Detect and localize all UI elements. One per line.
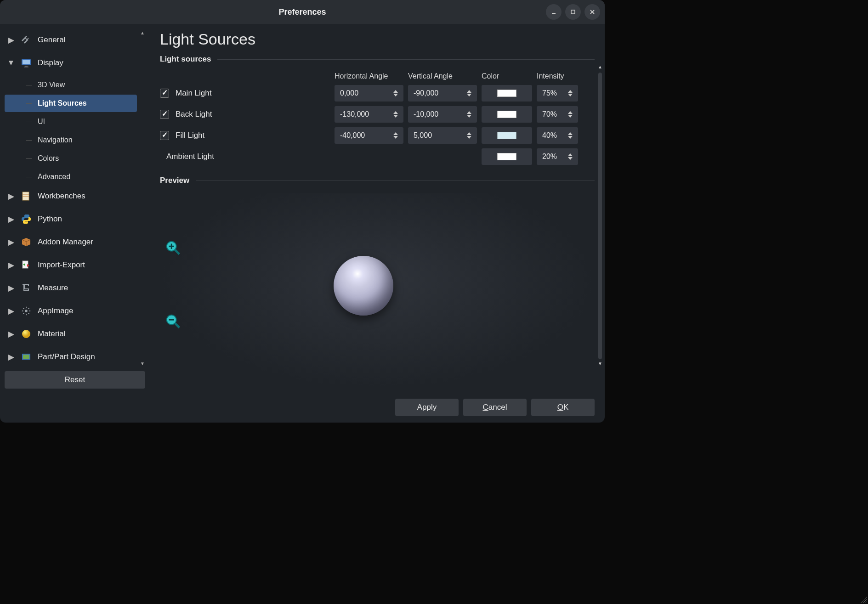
window-title: Preferences bbox=[278, 7, 326, 17]
spinner-up-icon[interactable] bbox=[467, 90, 471, 93]
spinner-down-icon[interactable] bbox=[467, 136, 471, 139]
scroll-up-icon[interactable]: ▲ bbox=[140, 30, 145, 36]
sidebar-item-label: Python bbox=[38, 215, 62, 224]
color-ambient-light[interactable] bbox=[482, 148, 532, 165]
sidebar-item-general[interactable]: ▶ General bbox=[5, 30, 137, 50]
sidebar-item-addon-manager[interactable]: ▶ Addon Manager bbox=[5, 232, 137, 252]
sidebar-scrollbar[interactable]: ▲ ▼ bbox=[140, 30, 145, 367]
svg-rect-8 bbox=[23, 192, 29, 200]
label-back-light: Back Light bbox=[176, 110, 212, 119]
spinner-down-icon[interactable] bbox=[393, 94, 398, 96]
scroll-up-icon[interactable]: ▲ bbox=[597, 64, 603, 71]
hangle-back-light[interactable]: -130,000 bbox=[335, 106, 403, 123]
sidebar-item-material[interactable]: ▶ Material bbox=[5, 324, 137, 344]
vangle-main-light[interactable]: -90,000 bbox=[408, 85, 477, 102]
hangle-fill-light[interactable]: -40,000 bbox=[335, 127, 403, 144]
sidebar-item-measure[interactable]: ▶ Measure bbox=[5, 278, 137, 298]
sidebar-item-appimage[interactable]: ▶ AppImage bbox=[5, 301, 137, 321]
sidebar-child-ui[interactable]: UI bbox=[5, 113, 137, 130]
spinner-down-icon[interactable] bbox=[393, 115, 398, 118]
spinner-up-icon[interactable] bbox=[467, 132, 471, 135]
reset-button[interactable]: Reset bbox=[5, 371, 145, 389]
color-main-light[interactable] bbox=[482, 85, 532, 102]
spinner-down-icon[interactable] bbox=[393, 136, 398, 139]
gear-icon bbox=[20, 305, 32, 317]
sphere-icon bbox=[20, 328, 32, 340]
spinner-up-icon[interactable] bbox=[393, 90, 398, 93]
monitor-icon bbox=[20, 57, 32, 69]
scrollbar-thumb[interactable] bbox=[598, 73, 602, 359]
sidebar-item-label: AppImage bbox=[38, 306, 74, 316]
zoom-in-button[interactable] bbox=[165, 239, 182, 259]
sidebar-item-import-export[interactable]: ▶ Import-Export bbox=[5, 255, 137, 275]
package-icon bbox=[20, 236, 32, 248]
svg-rect-15 bbox=[23, 355, 29, 359]
content-scrollbar[interactable]: ▲ ▼ bbox=[597, 64, 603, 367]
chevron-right-icon: ▶ bbox=[7, 192, 15, 200]
sidebar-item-workbenches[interactable]: ▶ Workbenches bbox=[5, 186, 137, 206]
svg-rect-1 bbox=[571, 10, 575, 14]
preview-viewport[interactable] bbox=[160, 193, 595, 389]
chevron-down-icon: ▼ bbox=[7, 59, 15, 67]
spinner-down-icon[interactable] bbox=[568, 94, 573, 96]
close-button[interactable] bbox=[584, 4, 600, 20]
tools-icon bbox=[20, 34, 32, 46]
sidebar-item-display[interactable]: ▼ Display bbox=[5, 53, 137, 73]
spinner-down-icon[interactable] bbox=[568, 136, 573, 139]
intensity-main-light[interactable]: 75% bbox=[537, 85, 578, 102]
intensity-ambient-light[interactable]: 20% bbox=[537, 148, 578, 165]
chevron-right-icon: ▶ bbox=[7, 261, 15, 269]
color-fill-light[interactable] bbox=[482, 127, 532, 144]
scroll-down-icon[interactable]: ▼ bbox=[140, 361, 145, 367]
sidebar-item-python[interactable]: ▶ Python bbox=[5, 209, 137, 229]
spinner-down-icon[interactable] bbox=[467, 94, 471, 96]
col-horizontal-angle: Horizontal Angle bbox=[335, 72, 403, 80]
apply-button[interactable]: Apply bbox=[395, 399, 459, 416]
svg-rect-6 bbox=[25, 66, 28, 67]
intensity-back-light[interactable]: 70% bbox=[537, 106, 578, 123]
spinner-down-icon[interactable] bbox=[467, 115, 471, 118]
spinner-up-icon[interactable] bbox=[568, 153, 573, 156]
sidebar-item-label: Material bbox=[38, 329, 65, 339]
sidebar-item-label: Addon Manager bbox=[38, 237, 93, 247]
spinner-up-icon[interactable] bbox=[467, 111, 471, 114]
sidebar-child-navigation[interactable]: Navigation bbox=[5, 131, 137, 149]
checkbox-fill-light[interactable] bbox=[160, 131, 169, 140]
spinner-down-icon[interactable] bbox=[568, 115, 573, 118]
chevron-right-icon: ▶ bbox=[7, 238, 15, 246]
spinner-up-icon[interactable] bbox=[568, 90, 573, 93]
page-title: Light Sources bbox=[160, 30, 595, 48]
minimize-button[interactable] bbox=[546, 4, 562, 20]
color-back-light[interactable] bbox=[482, 106, 532, 123]
sidebar-item-part-design[interactable]: ▶ Part/Part Design bbox=[5, 347, 137, 367]
scroll-down-icon[interactable]: ▼ bbox=[597, 361, 603, 367]
spinner-up-icon[interactable] bbox=[568, 132, 573, 135]
ok-button[interactable]: OK bbox=[531, 399, 595, 416]
workbench-icon bbox=[20, 190, 32, 202]
zoom-out-button[interactable] bbox=[165, 313, 182, 332]
chevron-right-icon: ▶ bbox=[7, 215, 15, 223]
svg-line-17 bbox=[175, 250, 180, 254]
spinner-up-icon[interactable] bbox=[393, 132, 398, 135]
sidebar-child-colors[interactable]: Colors bbox=[5, 150, 137, 167]
svg-rect-7 bbox=[24, 67, 28, 68]
vangle-fill-light[interactable]: 5,000 bbox=[408, 127, 477, 144]
spinner-up-icon[interactable] bbox=[393, 111, 398, 114]
maximize-button[interactable] bbox=[565, 4, 581, 20]
sidebar-child-advanced[interactable]: Advanced bbox=[5, 168, 137, 186]
checkbox-main-light[interactable] bbox=[160, 89, 169, 98]
vangle-back-light[interactable]: -10,000 bbox=[408, 106, 477, 123]
sidebar-child-light-sources[interactable]: Light Sources bbox=[5, 95, 137, 112]
spinner-up-icon[interactable] bbox=[568, 111, 573, 114]
import-export-icon bbox=[20, 259, 32, 271]
chevron-right-icon: ▶ bbox=[7, 330, 15, 338]
cancel-button[interactable]: Cancel bbox=[463, 399, 527, 416]
intensity-fill-light[interactable]: 40% bbox=[537, 127, 578, 144]
spinner-down-icon[interactable] bbox=[568, 157, 573, 160]
section-preview: Preview bbox=[160, 176, 189, 185]
sidebar-item-label: Import-Export bbox=[38, 260, 85, 270]
label-fill-light: Fill Light bbox=[176, 131, 204, 140]
sidebar-child-3d-view[interactable]: 3D View bbox=[5, 76, 137, 94]
hangle-main-light[interactable]: 0,000 bbox=[335, 85, 403, 102]
checkbox-back-light[interactable] bbox=[160, 110, 169, 119]
